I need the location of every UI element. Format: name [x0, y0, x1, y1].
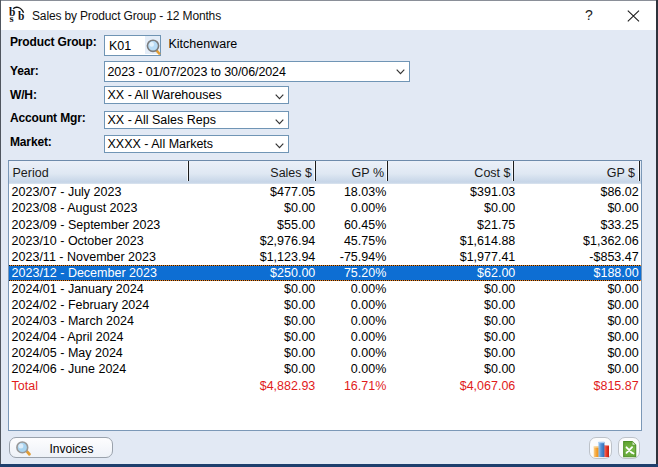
svg-text:s: s: [10, 13, 14, 24]
